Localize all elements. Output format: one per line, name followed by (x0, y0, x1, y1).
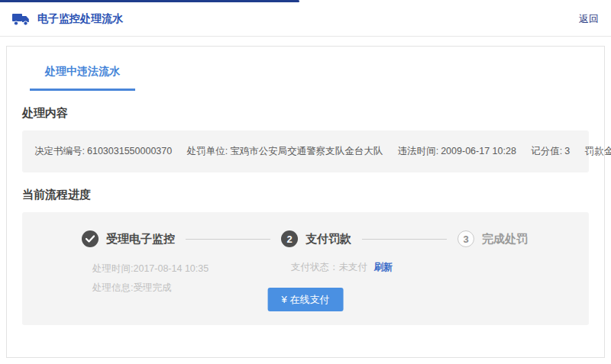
page-title: 电子监控处理流水 (37, 12, 123, 26)
fine-amount-field: 罚款金额:100 (585, 146, 611, 156)
punish-unit-value: 宝鸡市公安局交通警察支队金台大队 (230, 146, 383, 156)
step-accept-label: 受理电子监控 (106, 232, 175, 246)
progress-section-title: 当前流程进度 (22, 188, 589, 202)
step2-details: 支付状态：未支付 刷新 (291, 261, 393, 274)
process-info-text: 处理信息:受理完成 (92, 279, 209, 298)
progress-box: 受理电子监控 2 支付罚款 3 完成处罚 处理时间:2017-08-14 10:… (22, 212, 589, 325)
decision-number-value: 6103031550000370 (87, 146, 172, 156)
refresh-link[interactable]: 刷新 (373, 262, 393, 272)
back-link[interactable]: 返回 (579, 12, 599, 26)
violation-time-label: 违法时间: (398, 146, 438, 156)
violation-time-field: 违法时间:2009-06-17 10:28 (398, 146, 519, 156)
step1-details: 处理时间:2017-08-14 10:35 处理信息:受理完成 (92, 259, 209, 298)
pay-status-text: 支付状态：未支付 (291, 262, 367, 272)
step-connector-2 (362, 239, 447, 240)
step-2-badge: 2 (281, 230, 298, 247)
points-value: 3 (564, 146, 570, 156)
check-icon (82, 230, 99, 247)
fine-amount-label: 罚款金额: (585, 146, 611, 156)
step-complete-punishment: 3 完成处罚 (457, 230, 528, 247)
tab-bar: 处理中违法流水 (7, 47, 604, 91)
step-connector-1 (186, 239, 270, 240)
step-3-badge: 3 (457, 230, 474, 247)
online-pay-button[interactable]: ¥ 在线支付 (268, 288, 344, 311)
violation-info-box: 决定书编号:6103031550000370 处罚单位:宝鸡市公安局交通警察支队… (22, 130, 589, 172)
punish-unit-label: 处罚单位: (187, 146, 228, 156)
step-pay-label: 支付罚款 (306, 232, 351, 246)
page-header: 电子监控处理流水 返回 (0, 2, 611, 37)
points-field: 记分值:3 (531, 146, 572, 156)
tab-processing-violations[interactable]: 处理中违法流水 (30, 59, 135, 91)
main-card: 处理中违法流水 处理内容 决定书编号:6103031550000370 处罚单位… (6, 46, 605, 358)
decision-number-field: 决定书编号:6103031550000370 (34, 146, 175, 156)
step-pay-fine: 2 支付罚款 (281, 230, 351, 247)
points-label: 记分值: (531, 146, 562, 156)
punish-unit-field: 处罚单位:宝鸡市公安局交通警察支队金台大队 (187, 146, 386, 156)
decision-number-label: 决定书编号: (34, 146, 85, 156)
progress-stepper: 受理电子监控 2 支付罚款 3 完成处罚 (82, 230, 528, 247)
content-section-title: 处理内容 (22, 106, 589, 121)
process-time-text: 处理时间:2017-08-14 10:35 (92, 259, 209, 279)
truck-icon (12, 11, 32, 27)
violation-time-value: 2009-06-17 10:28 (441, 146, 516, 156)
step-complete-label: 完成处罚 (482, 232, 528, 246)
step-accept-monitoring: 受理电子监控 (82, 230, 175, 247)
